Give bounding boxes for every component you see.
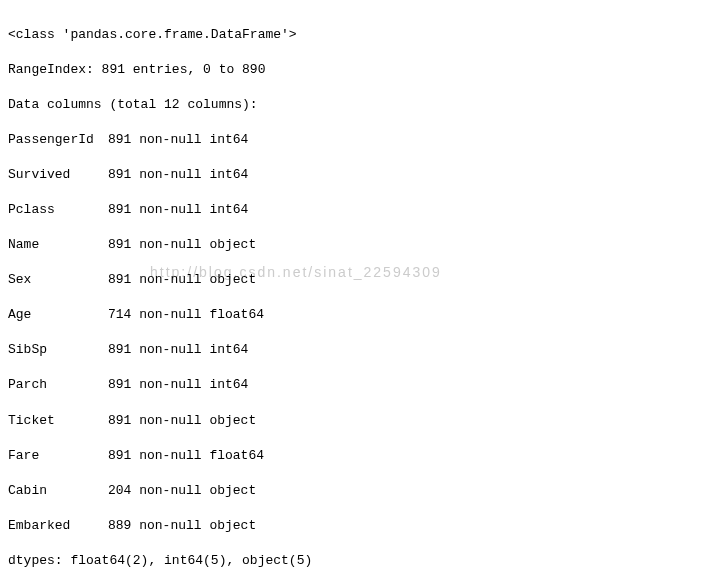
info-col-detail: 891 non-null int64 — [108, 341, 248, 359]
info-col-detail: 889 non-null object — [108, 517, 256, 535]
info-dtypes-line: dtypes: float64(2), int64(5), object(5) — [8, 552, 703, 570]
info-col-name: Sex — [8, 271, 108, 289]
info-col-row: Sex891 non-null object — [8, 271, 703, 289]
info-col-row: Embarked889 non-null object — [8, 517, 703, 535]
info-col-row: SibSp891 non-null int64 — [8, 341, 703, 359]
info-col-row: Survived891 non-null int64 — [8, 166, 703, 184]
info-col-name: Ticket — [8, 412, 108, 430]
info-col-name: Pclass — [8, 201, 108, 219]
info-col-row: PassengerId891 non-null int64 — [8, 131, 703, 149]
info-col-detail: 891 non-null int64 — [108, 201, 248, 219]
info-col-row: Fare891 non-null float64 — [8, 447, 703, 465]
info-col-name: Parch — [8, 376, 108, 394]
info-rangeindex-line: RangeIndex: 891 entries, 0 to 890 — [8, 61, 703, 79]
info-col-name: Cabin — [8, 482, 108, 500]
dataframe-info: <class 'pandas.core.frame.DataFrame'> Ra… — [8, 8, 703, 574]
info-col-row: Parch891 non-null int64 — [8, 376, 703, 394]
info-col-row: Pclass891 non-null int64 — [8, 201, 703, 219]
info-col-name: PassengerId — [8, 131, 108, 149]
info-col-detail: 891 non-null int64 — [108, 376, 248, 394]
info-col-name: Fare — [8, 447, 108, 465]
info-col-detail: 204 non-null object — [108, 482, 256, 500]
info-col-detail: 891 non-null object — [108, 271, 256, 289]
info-col-detail: 891 non-null object — [108, 412, 256, 430]
info-col-detail: 891 non-null int64 — [108, 131, 248, 149]
info-col-row: Cabin204 non-null object — [8, 482, 703, 500]
info-col-detail: 891 non-null float64 — [108, 447, 264, 465]
info-col-row: Name891 non-null object — [8, 236, 703, 254]
info-col-row: Age714 non-null float64 — [8, 306, 703, 324]
info-class-line: <class 'pandas.core.frame.DataFrame'> — [8, 26, 703, 44]
info-col-row: Ticket891 non-null object — [8, 412, 703, 430]
info-col-name: Survived — [8, 166, 108, 184]
info-col-name: Age — [8, 306, 108, 324]
info-col-name: Name — [8, 236, 108, 254]
info-col-detail: 891 non-null int64 — [108, 166, 248, 184]
info-col-name: SibSp — [8, 341, 108, 359]
info-col-detail: 891 non-null object — [108, 236, 256, 254]
info-col-name: Embarked — [8, 517, 108, 535]
info-col-detail: 714 non-null float64 — [108, 306, 264, 324]
info-datacolumns-line: Data columns (total 12 columns): — [8, 96, 703, 114]
